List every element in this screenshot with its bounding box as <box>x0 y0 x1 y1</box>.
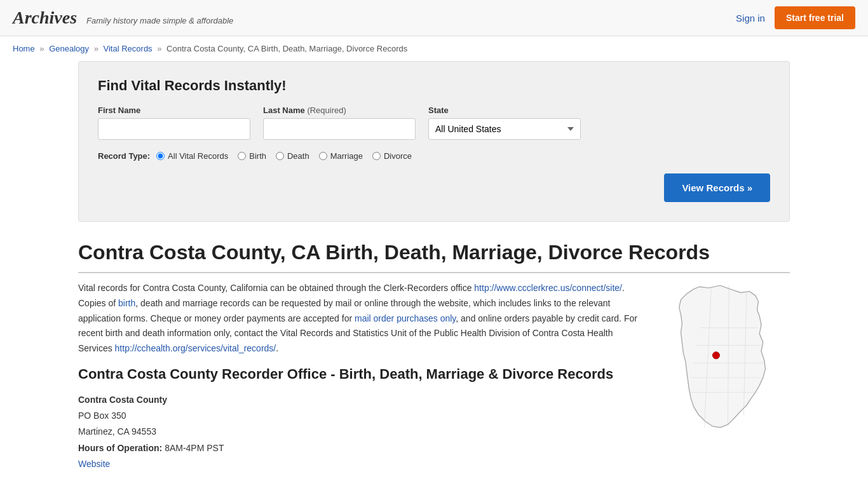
breadcrumb: Home » Genealogy » Vital Records » Contr… <box>0 36 868 61</box>
first-name-input[interactable] <box>98 118 250 140</box>
address-block: Contra Costa County PO Box 350 Martinez,… <box>78 392 644 472</box>
radio-birth-label[interactable]: Birth <box>238 151 266 161</box>
record-type-row: Record Type: All Vital Records Birth Dea… <box>98 151 770 161</box>
cchealth-link[interactable]: http://cchealth.org/services/vital_recor… <box>115 343 276 353</box>
record-type-label: Record Type: <box>98 151 150 161</box>
search-fields: First Name Last Name (Required) State Al… <box>98 105 770 140</box>
view-records-button[interactable]: View Records » <box>664 173 770 202</box>
section-heading: Contra Costa County Recorder Office - Bi… <box>78 366 644 383</box>
county-name: Contra Costa County <box>78 392 644 408</box>
breadcrumb-sep-1: » <box>39 44 44 53</box>
radio-marriage-label[interactable]: Marriage <box>319 151 363 161</box>
radio-all[interactable] <box>156 152 165 160</box>
california-map <box>663 281 783 433</box>
breadcrumb-current: Contra Costa County, CA Birth, Death, Ma… <box>166 44 407 53</box>
logo-area: Archives Family history made simple & af… <box>13 8 233 28</box>
state-label: State <box>428 105 581 115</box>
main-content: Find Vital Records Instantly! First Name… <box>65 61 803 472</box>
radio-divorce-label[interactable]: Divorce <box>372 151 412 161</box>
hours-value: 8AM-4PM PST <box>165 443 224 453</box>
po-box: PO Box 350 <box>78 408 644 424</box>
website-link[interactable]: Website <box>78 459 110 469</box>
site-tagline: Family history made simple & affordable <box>86 16 233 25</box>
radio-marriage[interactable] <box>319 152 327 160</box>
hours-line: Hours of Operation: 8AM-4PM PST <box>78 440 644 456</box>
mail-order-link[interactable]: mail order purchases only <box>355 313 456 323</box>
page-title: Contra Costa County, CA Birth, Death, Ma… <box>78 241 790 273</box>
radio-death-label[interactable]: Death <box>276 151 309 161</box>
radio-birth[interactable] <box>238 152 246 160</box>
state-group: State All United States Alabama Alaska A… <box>428 105 581 140</box>
breadcrumb-genealogy[interactable]: Genealogy <box>49 44 89 53</box>
first-name-group: First Name <box>98 105 250 140</box>
city-state-zip: Martinez, CA 94553 <box>78 424 644 440</box>
last-name-group: Last Name (Required) <box>263 105 416 140</box>
description-paragraph: Vital records for Contra Costa County, C… <box>78 281 644 356</box>
search-box: Find Vital Records Instantly! First Name… <box>78 61 790 222</box>
radio-birth-text: Birth <box>249 151 266 161</box>
breadcrumb-sep-3: » <box>157 44 161 53</box>
radio-marriage-text: Marriage <box>330 151 363 161</box>
first-name-label: First Name <box>98 105 250 115</box>
clerkrec-link[interactable]: http://www.ccclerkrec.us/connect/site/ <box>474 283 622 293</box>
website-line: Website <box>78 456 644 472</box>
california-map-container <box>663 281 790 472</box>
radio-death[interactable] <box>276 152 284 160</box>
search-title: Find Vital Records Instantly! <box>98 78 770 94</box>
header-actions: Sign in Start free trial <box>736 6 855 29</box>
svg-point-8 <box>712 352 719 359</box>
radio-divorce[interactable] <box>372 152 381 160</box>
content-area: Vital records for Contra Costa County, C… <box>78 281 790 472</box>
state-select[interactable]: All United States Alabama Alaska Arizona… <box>428 118 581 140</box>
site-logo: Archives Family history made simple & af… <box>13 8 233 28</box>
hours-label: Hours of Operation: <box>78 443 162 453</box>
birth-link[interactable]: birth <box>118 298 135 308</box>
radio-all-text: All Vital Records <box>168 151 228 161</box>
content-text: Vital records for Contra Costa County, C… <box>78 281 644 472</box>
sign-in-link[interactable]: Sign in <box>736 13 765 24</box>
radio-divorce-text: Divorce <box>384 151 412 161</box>
start-trial-button[interactable]: Start free trial <box>775 6 855 29</box>
site-header: Archives Family history made simple & af… <box>0 0 868 36</box>
radio-death-text: Death <box>287 151 309 161</box>
last-name-input[interactable] <box>263 118 416 140</box>
record-type-options: All Vital Records Birth Death Marriage D… <box>156 151 412 161</box>
last-name-label: Last Name (Required) <box>263 105 416 115</box>
breadcrumb-sep-2: » <box>94 44 98 53</box>
radio-all-label[interactable]: All Vital Records <box>156 151 228 161</box>
breadcrumb-vital-records[interactable]: Vital Records <box>104 44 153 53</box>
breadcrumb-home[interactable]: Home <box>13 44 35 53</box>
